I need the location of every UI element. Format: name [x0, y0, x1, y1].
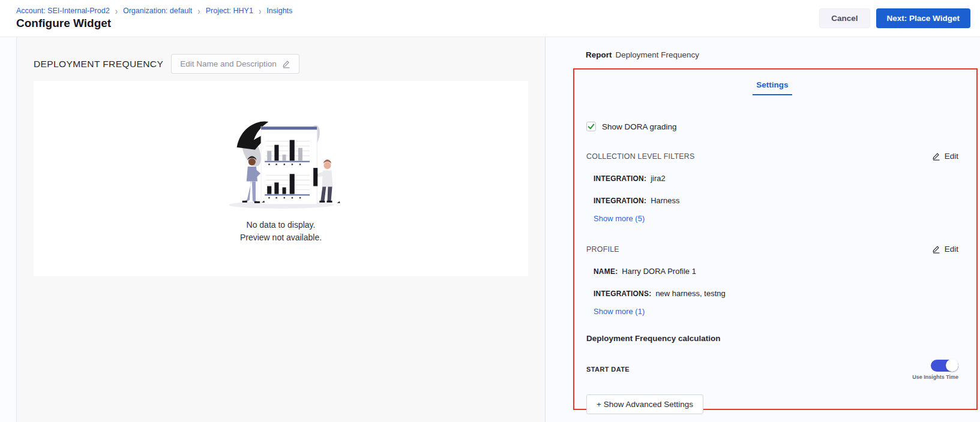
- profile-row-label: INTEGRATIONS:: [594, 290, 651, 298]
- breadcrumb-project[interactable]: Project: HHY1: [206, 7, 253, 15]
- header-left: Account: SEI-Internal-Prod2 › Organizati…: [16, 7, 292, 30]
- dora-grading-label: Show DORA grading: [602, 122, 677, 131]
- checkmark-icon: [588, 123, 595, 130]
- collection-filters-edit-button[interactable]: Edit: [932, 152, 958, 161]
- report-line: Report Deployment Frequency: [546, 50, 980, 59]
- page-header: Account: SEI-Internal-Prod2 › Organizati…: [0, 0, 980, 37]
- edit-label: Edit: [945, 152, 958, 161]
- chevron-right-icon: ›: [259, 6, 261, 16]
- insights-time-toggle-group: Use Insights Time: [912, 360, 958, 380]
- filter-value: Harness: [651, 196, 679, 205]
- collection-filters-show-more-link[interactable]: Show more (5): [594, 214, 958, 223]
- show-advanced-settings-button[interactable]: + Show Advanced Settings: [586, 394, 703, 414]
- widget-preview-panel: DEPLOYMENT FREQUENCY Edit Name and Descr…: [17, 37, 546, 422]
- collection-filters-title: COLLECTION LEVEL FILTERS: [586, 152, 695, 161]
- collection-filters-header: COLLECTION LEVEL FILTERS Edit: [586, 152, 958, 161]
- breadcrumb-insights[interactable]: Insights: [266, 7, 292, 15]
- settings-tabbar: Settings: [586, 79, 958, 95]
- profile-row: NAME: Harry DORA Profile 1: [594, 267, 958, 276]
- widget-header: DEPLOYMENT FREQUENCY Edit Name and Descr…: [34, 54, 528, 74]
- dora-grading-checkbox[interactable]: [586, 122, 596, 131]
- next-place-widget-button[interactable]: Next: Place Widget: [876, 8, 970, 28]
- filter-row: INTEGRATION: Harness: [594, 196, 958, 205]
- page-title: Configure Widget: [16, 17, 292, 30]
- report-label: Report: [586, 50, 612, 59]
- filter-row: INTEGRATION: jira2: [594, 174, 958, 183]
- profile-row: INTEGRATIONS: new harness, testng: [594, 289, 958, 298]
- pencil-icon: [282, 59, 290, 68]
- header-actions: Cancel Next: Place Widget: [819, 8, 970, 28]
- widget-settings-panel: Report Deployment Frequency Settings Sho…: [546, 37, 980, 422]
- tab-settings[interactable]: Settings: [753, 80, 792, 95]
- preview-card: No data to display. Preview not availabl…: [34, 81, 528, 276]
- cancel-button[interactable]: Cancel: [819, 8, 870, 28]
- dora-grading-row[interactable]: Show DORA grading: [586, 122, 958, 131]
- breadcrumb: Account: SEI-Internal-Prod2 › Organizati…: [16, 7, 292, 15]
- report-value: Deployment Frequency: [616, 50, 700, 59]
- pencil-icon: [932, 152, 940, 161]
- profile-edit-button[interactable]: Edit: [932, 245, 958, 254]
- main-content: DEPLOYMENT FREQUENCY Edit Name and Descr…: [0, 37, 980, 422]
- profile-header: PROFILE Edit: [586, 245, 958, 254]
- edit-label: Edit: [945, 245, 958, 254]
- filter-value: jira2: [651, 174, 666, 183]
- profile-row-label: NAME:: [594, 267, 618, 276]
- no-data-line2: Preview not available.: [240, 231, 322, 244]
- profile-row-value: new harness, testng: [655, 289, 725, 298]
- profile-show-more-link[interactable]: Show more (1): [594, 307, 958, 316]
- chevron-right-icon: ›: [197, 6, 200, 16]
- no-data-line1: No data to display.: [240, 219, 322, 231]
- settings-highlight-box: Settings Show DORA grading COLLECTION LE…: [573, 68, 978, 410]
- calculation-title: Deployment Frequency calculation: [586, 334, 958, 343]
- use-insights-time-label: Use Insights Time: [912, 374, 958, 380]
- profile-row-value: Harry DORA Profile 1: [622, 267, 696, 276]
- chevron-right-icon: ›: [115, 6, 118, 16]
- pencil-icon: [932, 245, 940, 254]
- filter-label: INTEGRATION:: [594, 197, 646, 205]
- left-gutter: [0, 37, 17, 422]
- no-data-illustration: [217, 113, 346, 210]
- profile-title: PROFILE: [586, 245, 619, 254]
- filter-label: INTEGRATION:: [594, 174, 646, 183]
- widget-name: DEPLOYMENT FREQUENCY: [34, 59, 163, 70]
- breadcrumb-organization[interactable]: Organization: default: [123, 7, 192, 15]
- breadcrumb-account[interactable]: Account: SEI-Internal-Prod2: [16, 7, 110, 15]
- start-date-row: START DATE Use Insights Time: [586, 360, 958, 380]
- toggle-knob: [946, 359, 958, 372]
- edit-name-label: Edit Name and Description: [180, 59, 277, 68]
- start-date-label: START DATE: [586, 360, 630, 373]
- edit-name-description-button[interactable]: Edit Name and Description: [171, 54, 299, 74]
- use-insights-time-toggle[interactable]: [931, 360, 958, 372]
